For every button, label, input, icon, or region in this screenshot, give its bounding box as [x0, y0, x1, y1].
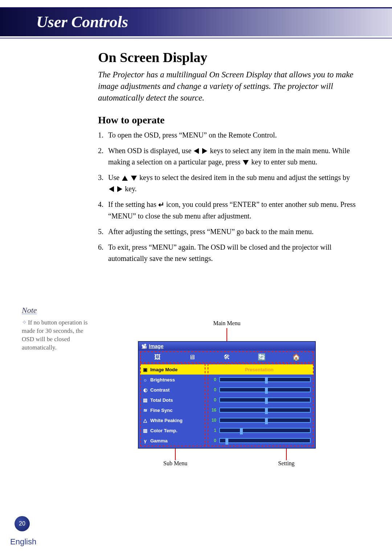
page-content: On Screen Display The Projector has a mu…	[0, 38, 392, 264]
osd-row-gamma[interactable]: γGamma 0	[140, 436, 314, 446]
slider[interactable]	[219, 397, 311, 402]
osd-diagram: Main Menu 📽 Image 🖼 🖥 🛠 🔄 🏠 ▣Image Mode …	[138, 320, 316, 467]
callout-line	[226, 328, 227, 341]
enter-icon: ↵	[158, 199, 164, 210]
color-temp-icon: ▥	[142, 428, 148, 433]
step-5: After adjusting the settings, press “MEN…	[98, 226, 356, 237]
section-title: On Screen Display	[98, 49, 356, 65]
up-arrow-icon	[122, 176, 128, 181]
osd-row-total-dots[interactable]: ▤Total Dots 0	[140, 395, 314, 405]
slider[interactable]	[219, 428, 311, 433]
step-4: If the setting has ↵ icon, you could pre…	[98, 199, 356, 222]
step-1: To open the OSD, press “MENU” on the Rem…	[98, 130, 356, 141]
header-underline	[0, 38, 392, 38]
osd-titlebar: 📽 Image	[139, 342, 315, 351]
osd-window: 📽 Image 🖼 🖥 🛠 🔄 🏠 ▣Image Mode Presentati…	[138, 341, 316, 449]
contrast-icon: ◐	[142, 387, 148, 393]
left-arrow-icon	[109, 186, 114, 192]
page-number-badge: 20	[15, 516, 30, 531]
gamma-icon: γ	[142, 438, 148, 443]
steps-list: To open the OSD, press “MENU” on the Rem…	[98, 130, 356, 264]
bottom-callouts: Sub Menu Setting	[138, 449, 316, 467]
callout-sub-menu: Sub Menu	[163, 460, 187, 467]
total-dots-icon: ▤	[142, 397, 148, 403]
brightness-icon: ☼	[142, 377, 148, 383]
osd-row-color-temp[interactable]: ▥Color Temp. 1	[140, 425, 314, 436]
osd-tabs: 🖼 🖥 🛠 🔄 🏠	[139, 351, 315, 364]
note-text: ✧If no button operation is made for 30 s…	[22, 319, 91, 352]
tab-display-icon[interactable]: 🖥	[188, 353, 196, 361]
step-3: Use keys to select the desired item in t…	[98, 172, 356, 195]
down-arrow-icon	[131, 176, 137, 181]
down-arrow-icon	[243, 160, 249, 165]
osd-body: ▣Image Mode Presentation ☼Brightness 0 ◐…	[139, 364, 315, 448]
fine-sync-icon: ≋	[142, 407, 148, 413]
osd-row-brightness[interactable]: ☼Brightness 0	[140, 375, 314, 385]
slider[interactable]	[219, 377, 311, 382]
left-arrow-icon	[194, 148, 199, 154]
chapter-header: User Controls	[0, 0, 392, 38]
callout-line	[286, 449, 287, 460]
osd-row-fine-sync[interactable]: ≋Fine Sync 16	[140, 405, 314, 415]
slider[interactable]	[219, 408, 311, 413]
chapter-title: User Controls	[36, 13, 128, 31]
callout-main-menu: Main Menu	[138, 320, 316, 327]
intro-paragraph: The Projector has a multilingual On Scre…	[98, 69, 356, 104]
language-label: English	[10, 537, 36, 547]
image-mode-icon: ▣	[142, 367, 148, 372]
osd-row-white-peaking[interactable]: △White Peaking 10	[140, 415, 314, 425]
slider[interactable]	[219, 387, 311, 392]
osd-row-image-mode[interactable]: ▣Image Mode Presentation	[140, 364, 314, 375]
tab-options-icon[interactable]: 🏠	[292, 353, 301, 361]
tab-image-icon[interactable]: 🖼	[153, 353, 162, 361]
slider[interactable]	[219, 438, 311, 443]
note-block: Note ✧If no button operation is made for…	[22, 305, 91, 352]
tab-setup-icon[interactable]: 🛠	[222, 353, 231, 361]
osd-title: Image	[149, 343, 163, 349]
subsection-title: How to operate	[98, 114, 356, 126]
step-6: To exit, press “MENU” again. The OSD wil…	[98, 242, 356, 264]
osd-row-contrast[interactable]: ◐Contrast 0	[140, 385, 314, 395]
note-label: Note	[22, 305, 91, 316]
callout-line	[175, 449, 176, 460]
right-arrow-icon	[202, 148, 207, 154]
tab-signal-icon[interactable]: 🔄	[257, 353, 266, 361]
callout-setting: Setting	[278, 460, 294, 467]
diamond-bullet-icon: ✧	[22, 319, 27, 326]
white-peaking-icon: △	[142, 417, 148, 423]
right-arrow-icon	[117, 186, 122, 192]
chapter-band: User Controls	[0, 7, 392, 36]
step-2: When OSD is displayed, use keys to selec…	[98, 145, 356, 168]
projector-icon: 📽	[142, 343, 147, 349]
slider[interactable]	[219, 418, 311, 423]
